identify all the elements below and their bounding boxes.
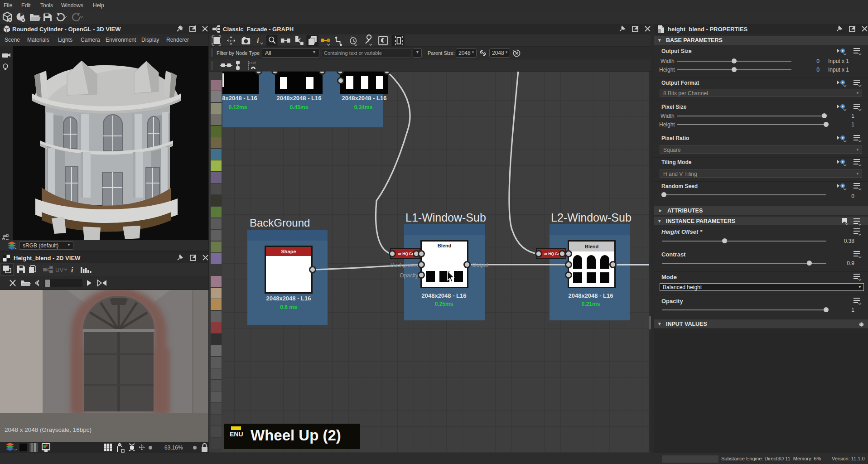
svg-text:2048 x 2048 (Grayscale, 16bpc): 2048 x 2048 (Grayscale, 16bpc) [5,426,92,433]
svg-text:63.16%: 63.16% [164,445,183,451]
svg-text:UV: UV [55,266,63,273]
svg-text:i: i [257,37,259,45]
svg-text:1:1: 1:1 [229,39,234,43]
svg-text:i: i [71,266,73,274]
